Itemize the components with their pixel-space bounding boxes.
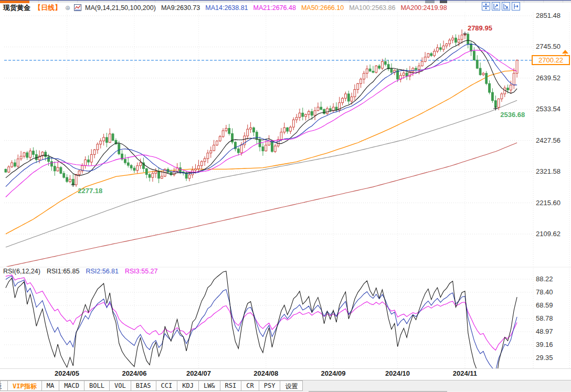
indicator-tab[interactable]: 设置 [280, 380, 303, 391]
period-label: 【日线】 [34, 3, 61, 13]
indicator-tab[interactable]: BIAS [131, 380, 156, 391]
ma-readout: MA200:2419.98 [400, 4, 447, 12]
price-axis-label: 2215.60 [536, 199, 568, 207]
rsi-readout: RSI(6,12,24) [3, 268, 40, 275]
chart-legend-bar: 现货黄金 【日线】 ⊕ MA(9,14,21,50,100,200)MA9:26… [3, 3, 447, 12]
line-chart-icon[interactable] [74, 4, 81, 11]
add-compare-icon[interactable]: ⊕ [65, 4, 70, 12]
rsi-readout: RSI2:56.81 [86, 268, 119, 275]
chart-toolbar-icons [482, 2, 520, 10]
price-axis-label: 2321.58 [536, 167, 568, 175]
time-axis-label: 2024/06 [122, 369, 146, 377]
indicator-tab[interactable]: MACD [59, 380, 84, 391]
rsi-readout: RSI3:55.27 [125, 268, 158, 275]
price-chart-canvas[interactable]: 2789.952536.682277.18 [0, 0, 571, 392]
price-axis-label: 2109.62 [536, 230, 568, 238]
rsi-axis-label: 48.97 [536, 327, 568, 335]
ma-readout: MA21:2676.48 [253, 4, 296, 12]
price-axis-label: 2851.48 [536, 12, 568, 19]
time-axis-label: 2024/08 [253, 369, 278, 377]
extreme-marker-icon [463, 32, 467, 36]
trading-chart-app: 2789.952536.682277.18 现货黄金 【日线】 ⊕ MA(9,1… [0, 0, 571, 392]
candlestick-series [5, 29, 518, 187]
indicator-tab[interactable]: BOLL [84, 380, 110, 391]
ma-readout: MA9:2630.73 [161, 4, 200, 12]
indicator-tab[interactable]: RSI [220, 380, 242, 391]
time-axis-label: 2024/07 [186, 369, 211, 377]
ma-readout: MA(9,14,21,50,100,200) [85, 4, 156, 12]
move-tool-icon[interactable] [482, 2, 490, 10]
indicator-tab[interactable]: MA [42, 380, 59, 391]
indicator-tab[interactable]: KDJ [177, 380, 199, 391]
price-axis-label: 2533.54 [536, 105, 568, 113]
indicator-tab[interactable]: CCI [156, 380, 178, 391]
time-axis-label: 2024/11 [453, 369, 477, 377]
y-axis-zoom-icon[interactable] [492, 2, 500, 10]
indicator-tab[interactable]: VOL [110, 380, 131, 391]
time-axis-row [0, 368, 571, 380]
axis-scale-icon[interactable] [502, 2, 510, 10]
price-annotation: 2789.95 [468, 24, 492, 32]
ma-readout: MA100:2563.86 [349, 4, 395, 12]
extreme-marker-icon [71, 183, 75, 187]
price-annotation: 2536.68 [500, 111, 525, 119]
restore-view-icon[interactable] [512, 2, 520, 10]
rsi-readout: RSI1:65.85 [47, 268, 80, 275]
rsi-axis-label: 88.22 [536, 275, 568, 283]
ma-readouts: MA(9,14,21,50,100,200)MA9:2630.73MA14:26… [85, 4, 447, 12]
main-price-panel [5, 29, 518, 267]
rsi-readouts: RSI(6,12,24)RSI1:65.85RSI2:56.81RSI3:55.… [3, 268, 158, 275]
time-axis-label: 2024/09 [321, 369, 346, 377]
ma-readout: MA14:2638.81 [205, 4, 248, 12]
rsi-axis-label: 58.78 [536, 314, 568, 322]
rsi-axis-label: 78.40 [536, 288, 568, 296]
ma-readout: MA50:2666.10 [301, 4, 344, 12]
price-axis-label: 2745.50 [536, 43, 568, 50]
indicator-tab[interactable]: CR [241, 380, 259, 391]
rsi-axis-label: 68.59 [536, 301, 568, 309]
rsi-axis-label: 39.16 [536, 341, 568, 348]
price-axis-label: 2639.52 [536, 74, 568, 82]
price-axis-label: 2427.56 [536, 136, 568, 144]
time-axis-label: 2024/05 [55, 369, 79, 377]
indicator-toolbar: 板 VIP指标MAMACDBOLLVOLBIASCCIKDJLW&RSICRPS… [0, 380, 571, 391]
current-price-tag: 2700.22 [532, 55, 570, 65]
price-annotation: 2277.18 [78, 187, 102, 195]
indicator-tab-partial[interactable]: 板 [0, 380, 8, 391]
indicator-tab[interactable]: LW& [199, 380, 220, 391]
indicator-tab[interactable]: PSY [259, 380, 281, 391]
time-axis-label: 2024/10 [385, 369, 410, 377]
indicator-tab[interactable]: VIP指标 [8, 380, 42, 391]
symbol-name: 现货黄金 [3, 3, 30, 13]
rsi-axis-label: 29.35 [536, 354, 568, 362]
